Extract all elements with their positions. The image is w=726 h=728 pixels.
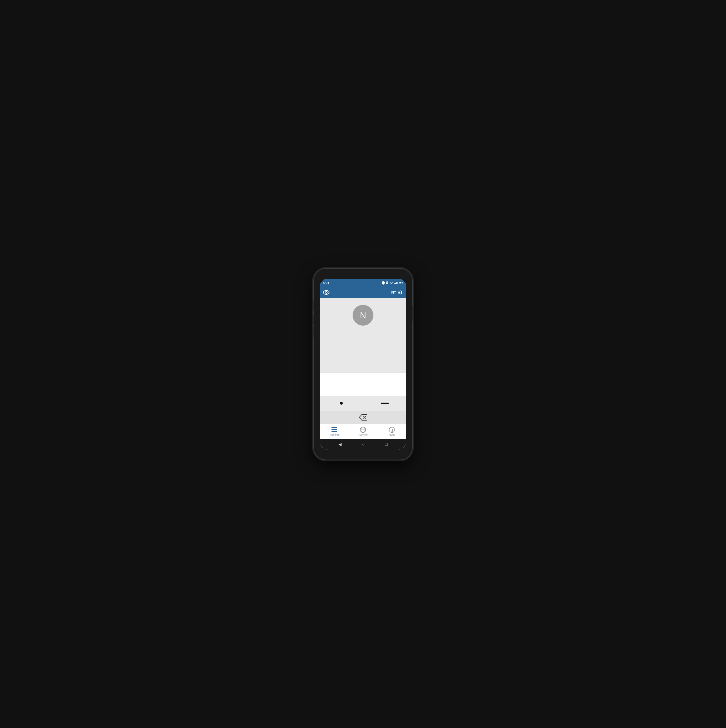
svg-rect-4: [397, 282, 398, 284]
avatar: N: [352, 305, 374, 326]
eye-icon: [323, 290, 329, 295]
main-content: N: [320, 298, 406, 439]
svg-rect-6: [400, 282, 401, 283]
app-bar: INT: [320, 287, 406, 298]
training-icon: [331, 427, 337, 433]
wifi-icon: [390, 281, 393, 284]
tab-training-label: Training: [329, 433, 339, 436]
svg-point-8: [325, 291, 328, 293]
about-icon: [389, 427, 395, 433]
convert-icon: [360, 427, 366, 433]
svg-rect-3: [396, 282, 397, 284]
svg-rect-14: [331, 431, 332, 432]
phone-screen: 5:21: [320, 279, 406, 450]
android-nav: ◀ ○ □: [320, 439, 406, 450]
svg-rect-0: [386, 283, 388, 284]
language-label: INT: [391, 291, 396, 294]
android-back-button[interactable]: ◀: [339, 442, 342, 447]
morse-buttons: [320, 396, 406, 411]
status-icons: [382, 281, 403, 284]
status-bar: 5:21: [320, 279, 406, 287]
avatar-area: N: [320, 298, 406, 373]
language-button[interactable]: INT: [391, 290, 403, 295]
eye-button[interactable]: [323, 290, 329, 295]
tab-about-label: About: [389, 434, 395, 436]
tab-about[interactable]: About: [377, 424, 406, 439]
status-time: 5:21: [323, 281, 329, 284]
phone-device: 5:21: [314, 269, 412, 460]
android-recent-button[interactable]: □: [385, 442, 387, 447]
input-display: [320, 373, 406, 396]
tab-convert[interactable]: Convert: [349, 424, 377, 439]
refresh-icon: [398, 290, 403, 295]
svg-point-17: [392, 427, 392, 428]
dot-button[interactable]: [320, 396, 363, 411]
tab-convert-label: Convert: [358, 434, 368, 436]
svg-rect-2: [395, 283, 396, 284]
dash-icon: [381, 402, 389, 404]
shield-icon: [382, 281, 385, 284]
lock-icon: [386, 281, 389, 284]
svg-rect-13: [331, 429, 332, 430]
android-home-button[interactable]: ○: [362, 442, 365, 447]
dot-icon: [340, 402, 343, 405]
dash-button[interactable]: [363, 396, 407, 411]
backspace-icon: [358, 414, 368, 421]
svg-point-7: [323, 291, 329, 294]
tab-training[interactable]: Training: [320, 424, 349, 439]
svg-rect-1: [394, 283, 395, 284]
backspace-button[interactable]: [320, 411, 406, 424]
bottom-nav: Training Convert: [320, 424, 406, 439]
signal-icon: [394, 281, 398, 284]
battery-icon: [399, 282, 403, 284]
avatar-letter: N: [360, 310, 366, 320]
svg-rect-12: [331, 427, 332, 428]
